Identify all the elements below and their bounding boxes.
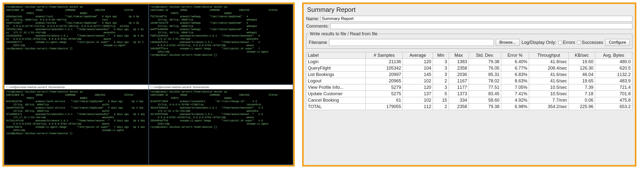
table-cell: 6.77%: [501, 65, 529, 72]
terminal-title-text-4: root@acmeair-haishan-server4: /home/ubun…: [154, 86, 210, 88]
table-cell: 41.8/sec: [529, 59, 569, 65]
table-cell: 480.0: [595, 59, 632, 65]
fieldset-legend: Write results to file / Read from file: [309, 31, 378, 36]
table-header-cell[interactable]: Average: [403, 52, 433, 59]
table-header-cell[interactable]: # Samples: [366, 52, 403, 59]
table-header-cell[interactable]: Max: [449, 52, 469, 59]
summary-table: Label# SamplesAverageMinMaxStd. Dev.Erro…: [306, 52, 632, 110]
table-cell: 4.92%: [501, 97, 529, 104]
table-cell: 5275: [366, 91, 403, 97]
table-cell: 10.5/sec: [529, 84, 569, 91]
page-title: Summary Report: [304, 4, 635, 15]
table-cell: 76.05: [469, 65, 501, 72]
table-cell: 102: [403, 78, 433, 84]
table-cell: 354.2/sec: [529, 104, 569, 110]
table-cell: 3: [433, 65, 449, 72]
table-cell: 1132.2: [595, 72, 632, 78]
table-cell: 120: [403, 84, 433, 91]
table-cell: TOTAL: [306, 104, 366, 110]
table-cell: 58.60: [469, 97, 501, 104]
table-cell: Update Customer: [306, 91, 366, 97]
table-cell: 120: [403, 59, 433, 65]
table-cell: Cancel Booking: [306, 97, 366, 104]
table-row[interactable]: List Bookings209971453203685.316.83%41.6…: [306, 72, 632, 78]
table-cell: 7.18: [568, 91, 595, 97]
table-cell: 112: [403, 104, 433, 110]
table-cell: 1167: [449, 78, 469, 84]
filename-input[interactable]: [329, 39, 494, 46]
name-input[interactable]: [321, 16, 632, 22]
successes-checkbox-wrap[interactable]: Successes: [577, 40, 603, 45]
table-row[interactable]: Login211361203138379.386.40%41.8/sec19.6…: [306, 59, 632, 65]
table-cell: 20965: [366, 78, 403, 84]
table-cell: 208.4/sec: [529, 65, 569, 72]
table-cell: 2358: [449, 104, 469, 110]
table-header-cell[interactable]: Label: [306, 52, 366, 59]
terminal-icon: ▢: [150, 85, 153, 88]
table-cell: 20997: [366, 72, 403, 78]
table-row[interactable]: QueryFlight1053421043235876.056.77%208.4…: [306, 65, 632, 72]
table-row[interactable]: Logout209651022116778.028.63%41.6/sec19.…: [306, 78, 632, 84]
table-row[interactable]: View Profile Info...52791203117777.517.0…: [306, 84, 632, 91]
table-cell: Logout: [306, 78, 366, 84]
successes-checkbox[interactable]: [577, 41, 581, 44]
table-cell: 79.38: [469, 59, 501, 65]
table-cell: 334: [449, 97, 469, 104]
terminal-pane-2[interactable]: root@acmeair-haishan-server2:/home/ubunt…: [149, 4, 293, 84]
table-header-cell[interactable]: Min: [433, 52, 449, 59]
table-cell: 15: [433, 97, 449, 104]
table-row[interactable]: Cancel Booking611021533458.604.92%7.7/mi…: [306, 97, 632, 104]
table-header-cell[interactable]: Throughput: [529, 52, 569, 59]
browse-button[interactable]: Browse...: [496, 39, 520, 46]
terminal-pane-4[interactable]: ▢ root@acmeair-haishan-server4: /home/ub…: [149, 85, 293, 165]
table-row[interactable]: TOTAL1790551122235879.386.98%354.2/sec22…: [306, 104, 632, 110]
table-cell: 85.31: [469, 72, 501, 78]
table-cell: 137: [403, 91, 433, 97]
name-row: Name:: [304, 15, 635, 22]
table-header-cell[interactable]: Error %: [501, 52, 529, 59]
table-cell: 5279: [366, 84, 403, 91]
terminal-pane-1[interactable]: root@acmeair-haishan-server1:/home/ubunt…: [4, 4, 148, 84]
table-cell: 620.5: [595, 65, 632, 72]
table-header-cell[interactable]: Std. Dev.: [469, 52, 501, 59]
table-cell: 21136: [366, 59, 403, 65]
table-body: Login211361203138379.386.40%41.8/sec19.6…: [306, 59, 632, 110]
table-cell: 7.41%: [501, 91, 529, 97]
table-cell: 41.6/sec: [529, 72, 569, 78]
table-cell: 6.98%: [501, 104, 529, 110]
terminal-pane-3[interactable]: ▢ root@acmeair-haishan-server3: /home/ub…: [4, 85, 148, 165]
table-cell: 0.06: [568, 97, 595, 104]
terminal-output-4: root@acmeair-haishan-server4:/home/ubunt…: [149, 89, 293, 165]
table-cell: 3: [433, 84, 449, 91]
table-cell: 2: [433, 78, 449, 84]
table-cell: 102: [403, 97, 433, 104]
terminal-icon: ▢: [6, 85, 8, 88]
terminal-output-1: root@acmeair-haishan-server1:/home/ubunt…: [4, 4, 148, 84]
comments-label: Comments:: [306, 24, 329, 29]
table-cell: 1383: [449, 59, 469, 65]
table-cell: 78.02: [469, 78, 501, 84]
terminal-output-3: root@acmeair-haishan-server3:/home/ubunt…: [4, 89, 148, 165]
table-row[interactable]: Update Customer52751375137383.457.41%10.…: [306, 91, 632, 97]
errors-checkbox-wrap[interactable]: Errors: [558, 40, 575, 45]
table-cell: 7.7/min: [529, 97, 569, 104]
table-cell: 7.05%: [501, 84, 529, 91]
comments-input[interactable]: [330, 23, 632, 29]
comments-row: Comments:: [304, 22, 635, 30]
terminal-title-text-3: root@acmeair-haishan-server3: /home/ubun…: [9, 86, 65, 88]
table-cell: 8.63%: [501, 78, 529, 84]
table-cell: 701.8: [595, 91, 632, 97]
table-cell: 104: [403, 65, 433, 72]
configure-button[interactable]: Configure: [605, 39, 630, 46]
errors-checkbox[interactable]: [558, 41, 562, 44]
table-cell: 41.6/sec: [529, 78, 569, 84]
table-cell: 126.30: [568, 65, 595, 72]
table-header-cell[interactable]: Avg. Bytes: [595, 52, 632, 59]
table-cell: 145: [403, 72, 433, 78]
table-cell: 3: [433, 72, 449, 78]
logdisplay-label: Log/Display Only:: [522, 40, 556, 45]
table-header-cell[interactable]: KB/sec: [568, 52, 595, 59]
table-cell: 10.5/sec: [529, 91, 569, 97]
table-cell: 1373: [449, 91, 469, 97]
write-results-fieldset: Write results to file / Read from file F…: [306, 31, 632, 48]
